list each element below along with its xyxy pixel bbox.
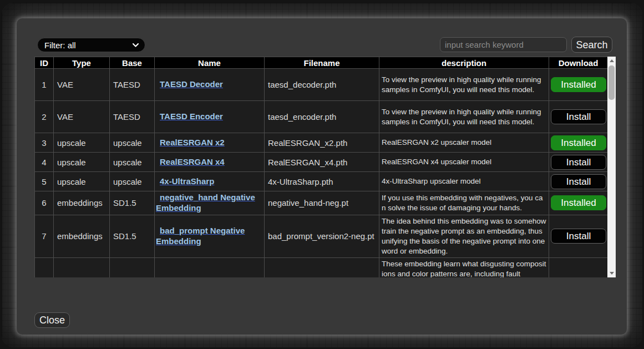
row-id-cell: 6: [35, 191, 54, 215]
row-name-cell: 4x-UltraSharp: [155, 172, 265, 191]
row-id-cell: 3: [35, 133, 54, 153]
scroll-down-arrow-icon[interactable]: [607, 269, 616, 277]
model-name-link[interactable]: 4x-UltraSharp: [156, 176, 263, 187]
row-filename-cell: RealESRGAN_x2.pth: [265, 133, 379, 153]
table-row: 3upscaleupscaleRealESRGAN x2RealESRGAN_x…: [35, 133, 608, 153]
filter-select-label: Filter: all: [44, 41, 76, 50]
table-header-row: IDTypeBaseNameFilenamedescriptionDownloa…: [35, 57, 608, 69]
row-name-cell: RealESRGAN x4: [155, 153, 265, 172]
table-row: 5upscaleupscale4x-UltraSharp4x-UltraShar…: [35, 172, 608, 191]
model-manager-dialog: Filter: all Search IDTypeBaseNameFilenam…: [17, 18, 627, 335]
table-row: 2VAETAESDTAESD Encodertaesd_encoder.pthT…: [35, 101, 608, 133]
row-filename-cell: 4x-UltraSharp.pth: [265, 172, 379, 191]
row-id-cell: 2: [35, 101, 54, 133]
row-name-cell: negative_hand Negative Embedding: [155, 191, 265, 215]
table-scrollbar[interactable]: [607, 57, 616, 277]
row-filename-cell: RealESRGAN_x4.pth: [265, 153, 379, 172]
column-header-description: description: [379, 57, 549, 69]
row-download-cell: Install: [549, 101, 608, 133]
install-button[interactable]: Install: [551, 229, 606, 244]
column-header-filename: Filename: [265, 57, 379, 69]
row-type-cell: embeddings: [54, 215, 110, 257]
column-header-type: Type: [54, 57, 110, 69]
model-name-link[interactable]: negative_hand Negative Embedding: [156, 193, 263, 214]
column-header-base: Base: [110, 57, 155, 69]
install-button[interactable]: Install: [551, 109, 606, 124]
row-type-cell: upscale: [54, 133, 110, 153]
row-description-cell: RealESRGAN x4 upscaler model: [379, 153, 549, 172]
row-download-cell: [549, 257, 608, 277]
row-base-cell: upscale: [110, 153, 155, 172]
row-base-cell: SD1.5: [110, 215, 155, 257]
row-base-cell: TAESD: [110, 69, 155, 101]
row-description-cell: These embedding learn what disgusting co…: [379, 257, 549, 277]
row-base-cell: [110, 257, 155, 277]
row-description-cell: The idea behind this embedding was to so…: [379, 215, 549, 257]
column-header-name: Name: [155, 57, 265, 69]
column-header-id: ID: [35, 57, 54, 69]
install-button[interactable]: Install: [551, 174, 606, 189]
scroll-up-arrow-icon[interactable]: [607, 57, 616, 65]
model-name-link[interactable]: TAESD Encoder: [156, 112, 263, 122]
model-name-link[interactable]: TAESD Decoder: [156, 79, 263, 90]
row-name-cell: TAESD Decoder: [155, 69, 265, 101]
row-name-cell: TAESD Encoder: [155, 101, 265, 133]
table-row: 4upscaleupscaleRealESRGAN x4RealESRGAN_x…: [35, 153, 608, 172]
row-id-cell: [35, 257, 54, 277]
row-type-cell: VAE: [54, 101, 110, 133]
model-name-link[interactable]: RealESRGAN x2: [156, 138, 263, 148]
canvas-background: Filter: all Search IDTypeBaseNameFilenam…: [2, 3, 642, 347]
row-description-cell: 4x-UltraSharp upscaler model: [379, 172, 549, 191]
filter-select[interactable]: Filter: all: [37, 38, 145, 52]
chevron-down-icon: [132, 43, 139, 48]
row-download-cell: Installed: [549, 191, 608, 215]
row-download-cell: Install: [549, 215, 608, 257]
model-table-container: IDTypeBaseNameFilenamedescriptionDownloa…: [34, 57, 616, 277]
row-description-cell: If you use this embedding with negatives…: [379, 191, 549, 215]
row-type-cell: VAE: [54, 69, 110, 101]
row-filename-cell: [265, 257, 379, 277]
row-id-cell: 4: [35, 153, 54, 172]
row-base-cell: SD1.5: [110, 191, 155, 215]
model-name-link[interactable]: bad_prompt Negative Embedding: [156, 226, 263, 247]
install-button[interactable]: Install: [551, 155, 606, 170]
row-type-cell: upscale: [54, 153, 110, 172]
row-filename-cell: taesd_encoder.pth: [265, 101, 379, 133]
row-filename-cell: taesd_decoder.pth: [265, 69, 379, 101]
row-base-cell: upscale: [110, 172, 155, 191]
row-filename-cell: bad_prompt_version2-neg.pt: [265, 215, 379, 257]
model-name-link[interactable]: RealESRGAN x4: [156, 157, 263, 168]
row-download-cell: Install: [549, 172, 608, 191]
row-name-cell: [155, 257, 265, 277]
row-type-cell: embeddings: [54, 191, 110, 215]
row-type-cell: [54, 257, 110, 277]
row-download-cell: Install: [549, 153, 608, 172]
row-base-cell: TAESD: [110, 101, 155, 133]
installed-button[interactable]: Installed: [551, 135, 606, 150]
row-type-cell: upscale: [54, 172, 110, 191]
search-button[interactable]: Search: [571, 37, 612, 53]
model-table: IDTypeBaseNameFilenamedescriptionDownloa…: [34, 57, 608, 277]
installed-button[interactable]: Installed: [551, 195, 606, 210]
row-id-cell: 7: [35, 215, 54, 257]
row-description-cell: RealESRGAN x2 upscaler model: [379, 133, 549, 153]
scrollbar-thumb[interactable]: [608, 65, 615, 100]
row-description-cell: To view the preview in high quality whil…: [379, 69, 549, 101]
table-row: These embedding learn what disgusting co…: [35, 257, 608, 277]
row-filename-cell: negative_hand-neg.pt: [265, 191, 379, 215]
search-input[interactable]: [440, 37, 567, 52]
table-row: 7embeddingsSD1.5bad_prompt Negative Embe…: [35, 215, 608, 257]
table-row: 6embeddingsSD1.5negative_hand Negative E…: [35, 191, 608, 215]
row-download-cell: Installed: [549, 133, 608, 153]
row-name-cell: bad_prompt Negative Embedding: [155, 215, 265, 257]
close-button[interactable]: Close: [34, 312, 70, 328]
row-download-cell: Installed: [549, 69, 608, 101]
row-id-cell: 1: [35, 69, 54, 101]
row-description-cell: To view the preview in high quality whil…: [379, 101, 549, 133]
installed-button[interactable]: Installed: [551, 77, 606, 92]
row-id-cell: 5: [35, 172, 54, 191]
row-name-cell: RealESRGAN x2: [155, 133, 265, 153]
column-header-download: Download: [549, 57, 608, 69]
table-row: 1VAETAESDTAESD Decodertaesd_decoder.pthT…: [35, 69, 608, 101]
row-base-cell: upscale: [110, 133, 155, 153]
